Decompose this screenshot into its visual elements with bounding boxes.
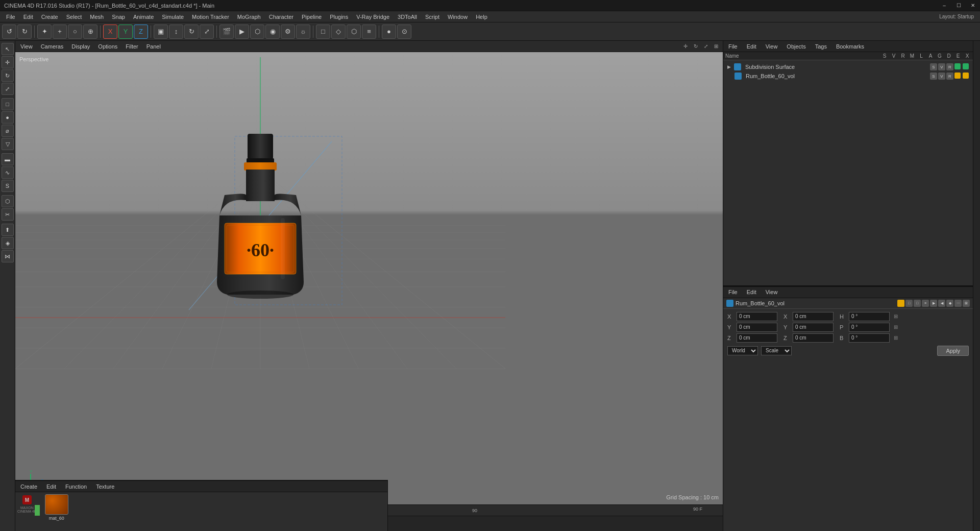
tool-plane[interactable]: ▬: [2, 153, 14, 165]
minimize-button[interactable]: –: [937, 0, 951, 11]
undo-button[interactable]: ↺: [2, 25, 16, 39]
om-tab-objects[interactable]: Objects: [783, 42, 808, 51]
mat-tab-texture[interactable]: Texture: [93, 482, 117, 491]
redo-button[interactable]: ↻: [17, 25, 32, 39]
menu-help[interactable]: Help: [472, 13, 492, 21]
om-ctrl-v-subdivision[interactable]: V: [938, 63, 945, 70]
menu-character[interactable]: Character: [265, 13, 298, 21]
menu-mesh[interactable]: Mesh: [86, 13, 108, 21]
om-ctrl-s-rum[interactable]: S: [930, 73, 937, 80]
mat-tab-edit[interactable]: Edit: [43, 482, 59, 491]
om-tab-tags[interactable]: Tags: [812, 42, 830, 51]
coord-z-expand[interactable]: ⊞: [894, 335, 898, 341]
om-ctrl-r-rum[interactable]: R: [946, 73, 953, 80]
poly-button[interactable]: ⬡: [250, 25, 264, 39]
attr-ctrl-s[interactable]: □: [905, 300, 913, 307]
tool-spline[interactable]: ∿: [2, 166, 14, 179]
menu-mograph[interactable]: MoGraph: [233, 13, 265, 21]
vp-menu-cameras[interactable]: Cameras: [38, 42, 67, 51]
circle-button[interactable]: ○: [68, 25, 82, 39]
menu-snap[interactable]: Snap: [108, 13, 129, 21]
om-ctrl-check-subdivision[interactable]: [954, 63, 961, 69]
vp-icon-scale[interactable]: ⤢: [701, 42, 710, 51]
vp-icon-max[interactable]: ⊞: [712, 42, 721, 51]
coord-y-pos[interactable]: [737, 323, 777, 332]
x-axis-button[interactable]: X: [103, 25, 117, 39]
attr-ctrl-r[interactable]: ≡: [922, 300, 929, 307]
om-ctrl-check2-subdivision[interactable]: [963, 63, 969, 69]
tool-scale[interactable]: ⤢: [2, 83, 14, 95]
maximize-button[interactable]: ☐: [951, 0, 966, 11]
om-item-rum-bottle[interactable]: Rum_Bottle_60_vol S V R: [725, 71, 971, 81]
menu-motion-tracker[interactable]: Motion Tracker: [188, 13, 233, 21]
vp-menu-filter[interactable]: Filter: [122, 42, 141, 51]
om-tab-edit[interactable]: Edit: [744, 42, 760, 51]
attr-tab-view[interactable]: View: [763, 288, 781, 296]
null-button[interactable]: ⊕: [83, 25, 97, 39]
coord-x-pos[interactable]: [737, 312, 777, 321]
tool-rotate[interactable]: ↻: [2, 69, 14, 82]
coord-space-dropdown[interactable]: World Local: [727, 346, 758, 355]
menu-plugins[interactable]: Plugins: [326, 13, 352, 21]
menu-file[interactable]: File: [2, 13, 19, 21]
coord-y-expand[interactable]: ⊞: [894, 324, 898, 330]
sphere-button[interactable]: ●: [382, 25, 396, 39]
vp-menu-options[interactable]: Options: [95, 42, 120, 51]
coord-x-size[interactable]: [793, 312, 834, 321]
tool-extrude[interactable]: ⬆: [2, 224, 14, 236]
tool-move[interactable]: ✛: [2, 56, 14, 68]
array-button[interactable]: ≡: [362, 25, 376, 39]
mat-tab-function[interactable]: Function: [62, 482, 90, 491]
light-button[interactable]: ☼: [296, 25, 310, 39]
om-tab-bookmarks[interactable]: Bookmarks: [833, 42, 867, 51]
menu-edit[interactable]: Edit: [19, 13, 37, 21]
render-view-button[interactable]: ▶: [235, 25, 249, 39]
om-item-subdivision[interactable]: ▶ Subdivision Surface S V R: [725, 62, 971, 71]
menu-3dtoall[interactable]: 3DToAll: [394, 13, 421, 21]
vp-menu-display[interactable]: Display: [68, 42, 93, 51]
mode-button[interactable]: ▣: [154, 25, 168, 39]
move-button[interactable]: ↕: [169, 25, 183, 39]
torus-button[interactable]: ⊙: [397, 25, 411, 39]
coord-h-rot[interactable]: [849, 312, 890, 321]
viewport[interactable]: Perspective: [15, 52, 723, 504]
mat-swatch-mat60[interactable]: mat_60: [44, 494, 69, 522]
tool-sphere[interactable]: ●: [2, 111, 14, 124]
menu-script[interactable]: Script: [421, 13, 444, 21]
om-ctrl-yellow2-rum[interactable]: [963, 73, 969, 79]
tool-poly[interactable]: ⬡: [2, 195, 14, 207]
scale-button[interactable]: ⤢: [200, 25, 214, 39]
coord-x-expand[interactable]: ⊞: [894, 313, 898, 319]
spline-button[interactable]: ◉: [265, 25, 280, 39]
tool-bezier[interactable]: S: [2, 180, 14, 192]
menu-create[interactable]: Create: [37, 13, 62, 21]
om-tab-view[interactable]: View: [763, 42, 781, 51]
add-button[interactable]: +: [53, 25, 67, 39]
tool-cone[interactable]: ▽: [2, 138, 14, 150]
attr-ctrl-x[interactable]: ⊠: [963, 300, 970, 307]
menu-select[interactable]: Select: [62, 13, 86, 21]
close-button[interactable]: ✕: [966, 0, 980, 11]
vp-menu-panel[interactable]: Panel: [143, 42, 164, 51]
om-tab-file[interactable]: File: [725, 42, 741, 51]
cube-button[interactable]: □: [316, 25, 330, 39]
menu-animate[interactable]: Animate: [129, 13, 158, 21]
coord-z-size[interactable]: [793, 333, 834, 343]
coord-mode-dropdown[interactable]: Scale Size: [761, 346, 792, 355]
tool-cylinder[interactable]: ⌀: [2, 125, 14, 137]
apply-button[interactable]: Apply: [937, 346, 969, 356]
vp-menu-view[interactable]: View: [17, 42, 36, 51]
z-axis-button[interactable]: Z: [134, 25, 148, 39]
rotate-button[interactable]: ↻: [184, 25, 199, 39]
mat-tab-create[interactable]: Create: [17, 482, 40, 491]
coord-y-size[interactable]: [793, 323, 834, 332]
menu-simulate[interactable]: Simulate: [158, 13, 188, 21]
attr-ctrl-g[interactable]: ⋯: [954, 300, 962, 307]
attr-ctrl-v[interactable]: □: [914, 300, 921, 307]
sym-button[interactable]: ⬡: [347, 25, 361, 39]
coord-p-rot[interactable]: [849, 323, 890, 332]
tool-bevel[interactable]: ◈: [2, 237, 14, 249]
om-ctrl-v-rum[interactable]: V: [938, 73, 945, 80]
render-button[interactable]: 🎬: [219, 25, 234, 39]
attr-ctrl-m[interactable]: ▶: [930, 300, 937, 307]
